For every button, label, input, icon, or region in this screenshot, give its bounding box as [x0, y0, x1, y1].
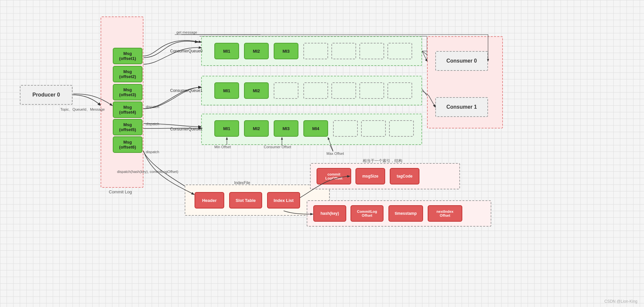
min-offset-label: Min Offset — [214, 145, 231, 149]
cq1-empty3 — [331, 82, 356, 99]
msg-offset1: Msg(offset1) — [113, 48, 142, 64]
consumer-offset-label: Consumer Offset — [264, 145, 291, 149]
svg-line-10 — [422, 51, 427, 61]
cq0-empty4 — [387, 43, 412, 59]
consumer-queue-0-label: ConsumerQueue0 — [170, 49, 202, 53]
hash-key: hash(key) — [313, 205, 346, 222]
cq1-empty4 — [359, 82, 384, 99]
commitlog-offset2: CommitLogOffset — [351, 205, 383, 222]
cq0-mi1: MI1 — [214, 43, 239, 59]
index-header: Header — [195, 192, 224, 209]
consumer-0-box: Consumer 0 — [435, 51, 488, 71]
topic-label: Topic、QueueId、Message — [60, 107, 105, 112]
watermark: CSDN @Lion-King — [604, 299, 637, 304]
tag-code: tagCode — [390, 168, 419, 184]
commit-log-offset: commitLogOffset — [317, 168, 351, 184]
cq1-empty2 — [303, 82, 328, 99]
consumer-queue-2-label: ConsumerQueue2 — [170, 127, 202, 131]
cq2-empty1 — [333, 120, 358, 137]
cq1-empty5 — [387, 82, 412, 99]
producer-label: Producer 0 — [32, 92, 60, 98]
index-list: Index List — [267, 192, 300, 209]
commitlog-label: Commit Log — [109, 189, 132, 194]
get-message-label: get message — [176, 30, 197, 34]
msg-offset6: Msg(offset6) — [113, 136, 142, 153]
producer-box: Producer 0 — [20, 85, 73, 105]
dispatch-2-label: dispatch — [146, 122, 159, 126]
msg-offset5: Msg(offset5) — [113, 119, 142, 135]
consumer-1-label: Consumer 1 — [446, 104, 477, 110]
cq2-mi2: MI2 — [244, 120, 269, 137]
index-slot-table: Slot Table — [229, 192, 262, 209]
cq2-mi4: MI4 — [303, 120, 328, 137]
msg-offset4: Msg(offset4) — [113, 101, 142, 118]
cq2-mi3: MI3 — [274, 120, 298, 137]
cq2-empty3 — [389, 120, 414, 137]
cq2-mi1: MI1 — [214, 120, 239, 137]
timestamp: timesstamp — [388, 205, 423, 222]
cq0-empty1 — [303, 43, 328, 59]
relative-index-label: 相当于一个索引，结构 — [363, 158, 402, 164]
msg-size: msgSize — [355, 168, 385, 184]
cq0-mi3: MI3 — [274, 43, 298, 59]
max-offset-label: Max Offset — [326, 152, 344, 155]
cq0-empty3 — [359, 43, 384, 59]
dispatch-hash-label: dispatch(hash(key), commitLogOffset) — [117, 170, 178, 174]
msg-offset3: Msg(offset3) — [113, 84, 142, 100]
dispatch-3-label: dispatch — [146, 150, 159, 154]
msg-offset2: Msg(offset2) — [113, 66, 142, 82]
consumer-0-label: Consumer 0 — [446, 58, 477, 64]
indexfile-label: IndexFile — [234, 181, 250, 185]
cq0-empty2 — [331, 43, 356, 59]
next-index-offset: nextIndexOffset — [428, 205, 462, 222]
cq1-empty1 — [274, 82, 298, 99]
dispatch-1-label: dispatch — [146, 105, 159, 109]
cq0-mi2: MI2 — [244, 43, 269, 59]
cq1-mi2: MI2 — [244, 82, 269, 99]
cq2-empty2 — [361, 120, 386, 137]
cq1-mi1: MI1 — [214, 82, 239, 99]
consumer-queue-1-label: ConsumerQueue1 — [170, 88, 202, 93]
consumer-1-box: Consumer 1 — [435, 97, 488, 117]
